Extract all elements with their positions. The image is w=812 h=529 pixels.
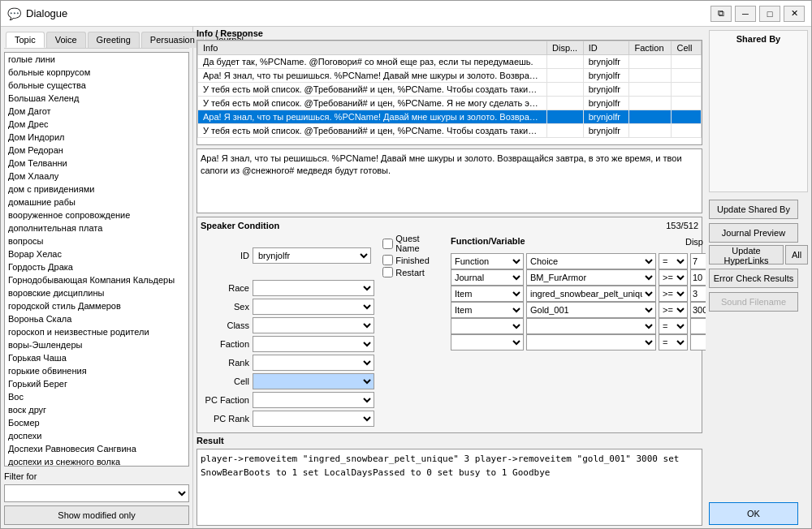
class-row: Class [201, 317, 444, 333]
class-combo[interactable] [253, 317, 374, 333]
table-row[interactable]: У тебя есть мой список. @Требований# и ц… [198, 97, 702, 110]
rank-combo[interactable] [253, 355, 374, 371]
list-item[interactable]: воры-Эшлендеры [5, 338, 188, 351]
func-condition-row: ItemGold_001>= [451, 302, 706, 318]
func-op-combo-0[interactable]: = [659, 253, 688, 269]
quest-name-checkbox[interactable] [382, 239, 393, 249]
list-item[interactable]: домашние рабы [5, 196, 188, 209]
update-hyperlinks-button[interactable]: Update HyperLinks [709, 245, 784, 264]
func-op-combo-5[interactable]: = [659, 334, 688, 351]
sound-filename-button[interactable]: Sound Filename [709, 292, 798, 312]
list-item[interactable]: Горькая Чаша [5, 351, 188, 364]
minimize-button[interactable]: ─ [735, 6, 756, 22]
response-area[interactable]: Ара! Я знал, что ты решишься. %PCName! Д… [197, 148, 702, 213]
tab-greeting[interactable]: Greeting [88, 32, 140, 48]
list-item[interactable]: горькие обвинения [5, 364, 188, 377]
list-item[interactable]: Ворар Хелас [5, 247, 188, 260]
list-item[interactable]: Вороньа Скала [5, 312, 188, 325]
list-item[interactable]: Дом Хлаалу [5, 170, 188, 183]
list-item[interactable]: Дом Дрес [5, 118, 188, 131]
restart-checkbox[interactable] [382, 267, 393, 277]
list-item[interactable]: Вос [5, 390, 188, 403]
tab-voice[interactable]: Voice [46, 32, 86, 48]
list-item[interactable]: Горнодобывающая Компания Кальдеры [5, 273, 188, 286]
list-item[interactable]: больные корпрусом [5, 66, 188, 79]
func-op-combo-1[interactable]: >= [659, 269, 688, 286]
checkbox-group: Quest Name Finished Restart [382, 234, 444, 277]
func-val-combo-4[interactable] [526, 318, 656, 334]
table-row[interactable]: У тебя есть мой список. @Требований# и ц… [198, 124, 702, 138]
func-combo-5[interactable] [451, 334, 524, 351]
list-item[interactable]: Горький Берег [5, 377, 188, 390]
list-item[interactable]: гороскоп и неизвестные родители [5, 325, 188, 338]
func-combo-0[interactable]: Function [451, 253, 524, 269]
func-num-input-1[interactable] [690, 269, 706, 286]
list-item[interactable]: Дом Индорил [5, 131, 188, 144]
table-row[interactable]: Ара! Я знал, что ты решишься. %PCName! Д… [198, 110, 702, 124]
list-item[interactable]: Дом Телванни [5, 157, 188, 170]
list-item[interactable]: воровские дисциплины [5, 286, 188, 299]
faction-combo[interactable] [253, 336, 374, 352]
func-combo-2[interactable]: Item [451, 286, 524, 302]
list-item[interactable]: доспехи [5, 429, 188, 442]
info-table-wrap[interactable]: Info Disp... ID Faction Cell Да будет та… [197, 40, 702, 145]
maximize-button[interactable]: □ [759, 6, 780, 22]
ok-button[interactable]: OK [709, 502, 798, 525]
close-button[interactable]: ✕ [784, 6, 805, 22]
table-row[interactable]: У тебя есть мой список. @Требований# и ц… [198, 83, 702, 97]
func-op-combo-4[interactable]: = [659, 318, 688, 334]
topic-list[interactable]: голые линибольные корпрусомбольные сущес… [4, 52, 189, 467]
pc-faction-combo[interactable] [253, 392, 374, 408]
table-row[interactable]: Ара! Я знал, что ты решишься. %PCName! Д… [198, 69, 702, 83]
list-item[interactable]: вопросы [5, 234, 188, 247]
func-num-input-5[interactable] [690, 334, 706, 351]
race-combo[interactable] [253, 280, 374, 296]
func-num-input-2[interactable] [690, 286, 706, 302]
list-item[interactable]: Босмер [5, 416, 188, 429]
list-item[interactable]: дополнительная плата [5, 221, 188, 234]
pc-rank-combo[interactable] [253, 411, 374, 427]
list-item[interactable]: городской стиль Даммеров [5, 299, 188, 312]
func-val-combo-5[interactable] [526, 334, 656, 351]
list-item[interactable]: голые лини [5, 53, 188, 66]
list-item[interactable]: доспехи из снежного волка [5, 455, 188, 467]
id-combo[interactable]: brynjolfr [253, 247, 371, 264]
update-shared-by-button[interactable]: Update Shared By [709, 200, 798, 219]
error-check-button[interactable]: Error Check Results [709, 269, 798, 288]
func-op-combo-2[interactable]: >= [659, 286, 688, 302]
func-val-combo-2[interactable]: ingred_snowbear_pelt_unique [526, 286, 656, 302]
title-bar-left: 💬 Dialogue [7, 7, 67, 20]
result-section[interactable]: player->removeitem "ingred_snowbear_pelt… [197, 449, 702, 526]
func-condition-row: = [451, 318, 706, 334]
finished-checkbox[interactable] [382, 255, 393, 265]
cell-combo[interactable] [253, 373, 374, 389]
func-val-combo-3[interactable]: Gold_001 [526, 302, 656, 318]
list-item[interactable]: Дом Дагот [5, 105, 188, 118]
func-num-input-3[interactable] [690, 302, 706, 318]
func-num-input-0[interactable] [690, 253, 706, 269]
all-button[interactable]: All [785, 245, 808, 264]
list-item[interactable]: Дом Редоран [5, 144, 188, 157]
cell-disp [547, 55, 584, 69]
func-combo-3[interactable]: Item [451, 302, 524, 318]
list-item[interactable]: дом с привидениями [5, 183, 188, 196]
list-item[interactable]: вооруженное сопровождение [5, 209, 188, 221]
tab-topic[interactable]: Topic [6, 32, 45, 48]
list-item[interactable]: Гордость Драка [5, 260, 188, 273]
func-val-combo-1[interactable]: BM_FurArmor [526, 269, 656, 286]
list-item[interactable]: Большая Хеленд [5, 92, 188, 105]
func-op-combo-3[interactable]: >= [659, 302, 688, 318]
show-modified-button[interactable]: Show modified only [4, 505, 189, 525]
list-item[interactable]: воск друг [5, 403, 188, 416]
restore-button[interactable]: ⧉ [710, 6, 732, 22]
journal-preview-button[interactable]: Journal Preview [709, 223, 798, 243]
sex-combo[interactable] [253, 299, 374, 315]
table-row[interactable]: Да будет так, %PCName. @Поговори# со мно… [198, 55, 702, 69]
list-item[interactable]: Доспехи Равновесия Сангвина [5, 442, 188, 455]
func-val-combo-0[interactable]: Choice [526, 253, 656, 269]
func-combo-4[interactable] [451, 318, 524, 334]
func-combo-1[interactable]: Journal [451, 269, 524, 286]
func-num-input-4[interactable] [690, 318, 706, 334]
filter-combo[interactable] [4, 484, 189, 502]
list-item[interactable]: больные существа [5, 79, 188, 92]
